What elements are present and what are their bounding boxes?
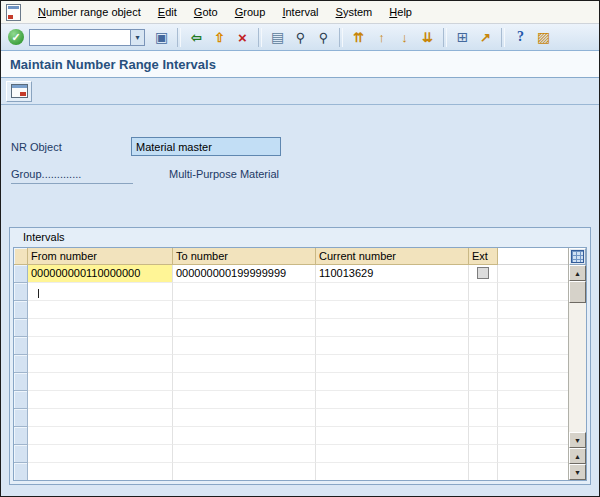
menu-item-interval[interactable]: Interval (275, 3, 325, 21)
menu-item-edit[interactable]: Edit (151, 3, 184, 21)
menu-item-goto[interactable]: Goto (187, 3, 225, 21)
scrollbar-track[interactable] (569, 303, 586, 432)
intervals-caption: Intervals (23, 231, 65, 243)
row-filler (498, 265, 568, 283)
table-row (14, 355, 568, 373)
print-icon[interactable]: ▤ (267, 27, 288, 48)
scroll-down-icon: ▼ (574, 437, 581, 444)
intervals-group-box: Intervals From number To number Current … (9, 227, 591, 485)
chevron-down-icon: ▾ (135, 33, 139, 42)
scroll-up-button[interactable]: ▲ (569, 265, 586, 281)
create-shortcut-icon[interactable]: ↗ (475, 27, 496, 48)
row-selector[interactable] (14, 409, 28, 427)
next-page-icon[interactable]: ↓ (394, 27, 415, 48)
from-number-cell[interactable]: 000000000110000000 (28, 265, 173, 283)
menu-item-group[interactable]: Group (228, 3, 273, 21)
first-page-icon[interactable]: ⇈ (348, 27, 369, 48)
ext-checkbox[interactable] (477, 267, 489, 279)
page-title: Maintain Number Range Intervals (10, 57, 216, 72)
menu-item-system[interactable]: System (329, 3, 380, 21)
toolbar-buttons: ▣ ⇦ ⇧ × ▤ ⚲ ⚲ ⇈ ↑ (150, 27, 555, 48)
toolbar-separator (258, 28, 262, 47)
cancel-icon[interactable]: × (232, 27, 253, 48)
text-cursor (38, 289, 39, 298)
display-change-button[interactable] (6, 81, 32, 102)
table-data-rows: 000000000110000000 000000000199999999 11… (14, 265, 568, 283)
page-down-button[interactable]: ▼ (569, 464, 586, 480)
menu-item-number-range-object[interactable]: Number range object (31, 3, 148, 21)
toolbar-separator (177, 28, 181, 47)
customize-layout-icon[interactable]: ▨ (533, 27, 554, 48)
save-icon[interactable]: ▣ (151, 27, 172, 48)
title-bar: Maintain Number Range Intervals (1, 51, 599, 78)
content-area: NR Object Group............. Multi-Purpo… (1, 105, 599, 496)
nr-object-field[interactable] (131, 137, 281, 156)
table-row (14, 409, 568, 427)
row-selector[interactable] (14, 301, 28, 319)
toolbar-separator (501, 28, 505, 47)
table-row (14, 301, 568, 319)
command-dropdown-button[interactable]: ▾ (130, 29, 145, 46)
table-row (14, 445, 568, 463)
previous-page-icon[interactable]: ↑ (371, 27, 392, 48)
enter-button[interactable]: ✓ (5, 27, 27, 48)
scroll-up-icon: ▲ (574, 270, 581, 277)
row-selector[interactable] (14, 355, 28, 373)
command-field-wrap: ▾ (29, 29, 145, 46)
page-up-button[interactable]: ▲ (569, 448, 586, 464)
row-selector[interactable] (14, 463, 28, 480)
column-header-from-number[interactable]: From number (28, 248, 173, 265)
row-selector[interactable] (14, 283, 28, 301)
sap-window: Number range object Edit Goto Group Inte… (0, 0, 600, 497)
select-all-cell[interactable] (14, 248, 28, 265)
table-columns: From number To number Current number Ext… (14, 248, 568, 480)
toolbar-separator (339, 28, 343, 47)
intervals-table: From number To number Current number Ext… (13, 247, 587, 481)
new-session-icon[interactable]: ⊞ (452, 27, 473, 48)
table-row (14, 319, 568, 337)
page-down-icon: ▼ (574, 469, 581, 476)
ext-cell (469, 265, 498, 283)
row-selector[interactable] (14, 319, 28, 337)
table-row (14, 373, 568, 391)
standard-toolbar: ✓ ▾ ▣ ⇦ ⇧ × ▤ ⚲ ⚲ (1, 24, 599, 51)
row-selector[interactable] (14, 265, 28, 283)
header-filler (498, 248, 568, 265)
table-settings-button[interactable] (569, 248, 586, 265)
menu-items: Number range object Edit Goto Group Inte… (31, 3, 419, 21)
group-value: Multi-Purpose Material (169, 168, 279, 180)
back-icon[interactable]: ⇦ (186, 27, 207, 48)
scrollbar-thumb[interactable] (569, 281, 586, 303)
group-label: Group............. (11, 168, 133, 184)
scroll-down-button[interactable]: ▼ (569, 432, 586, 448)
row-selector[interactable] (14, 445, 28, 463)
display-change-icon (11, 84, 28, 98)
row-selector[interactable] (14, 427, 28, 445)
menu-item-help[interactable]: Help (382, 3, 419, 21)
find-icon[interactable]: ⚲ (290, 27, 311, 48)
system-menu-icon[interactable] (6, 4, 21, 21)
current-number-cell[interactable]: 110013629 (316, 265, 469, 283)
find-next-icon[interactable]: ⚲ (313, 27, 334, 48)
command-input[interactable] (29, 29, 130, 46)
page-up-icon: ▲ (574, 453, 581, 460)
table-empty-rows (14, 283, 568, 480)
row-selector[interactable] (14, 391, 28, 409)
column-header-ext[interactable]: Ext (469, 248, 498, 265)
table-control-column: ▲ ▼ ▲ ▼ (568, 248, 586, 480)
to-number-cell[interactable]: 000000000199999999 (173, 265, 316, 283)
row-selector[interactable] (14, 337, 28, 355)
last-page-icon[interactable]: ⇊ (417, 27, 438, 48)
table-row: 000000000110000000 000000000199999999 11… (14, 265, 568, 283)
column-header-current-number[interactable]: Current number (316, 248, 469, 265)
table-row (14, 283, 568, 301)
help-icon[interactable]: ? (510, 27, 531, 48)
nr-object-label: NR Object (11, 141, 62, 153)
toolbar-separator (443, 28, 447, 47)
application-toolbar (1, 78, 599, 105)
table-row (14, 337, 568, 355)
exit-icon[interactable]: ⇧ (209, 27, 230, 48)
table-settings-icon (571, 250, 584, 263)
row-selector[interactable] (14, 373, 28, 391)
column-header-to-number[interactable]: To number (173, 248, 316, 265)
